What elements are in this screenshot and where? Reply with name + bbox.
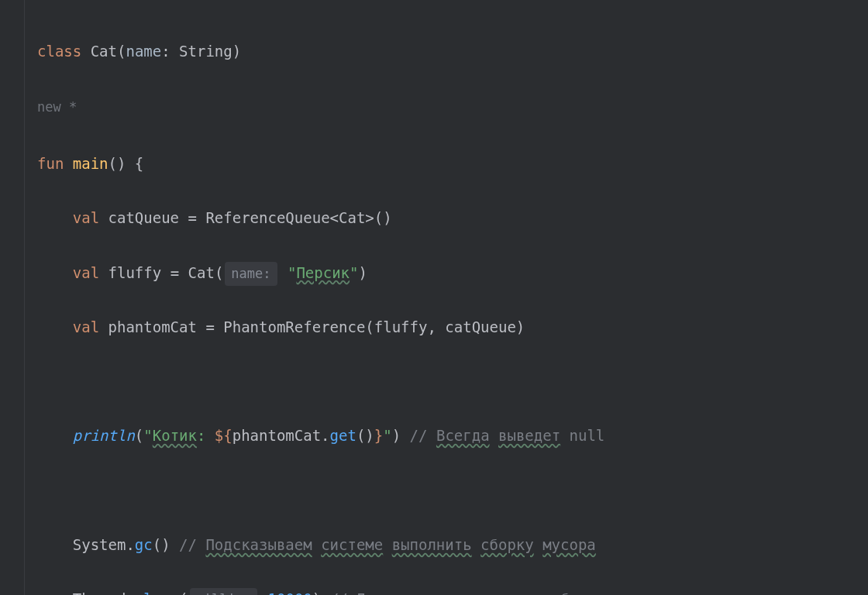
- code-line: println("Котик: ${phantomCat.get()}") //…: [37, 422, 667, 449]
- code-line: Thread.sleep(millis: 10000) // Даем врем…: [37, 586, 667, 595]
- new-marker: new *: [37, 95, 667, 119]
- code-line: System.gc() // Подсказываем системе выпо…: [37, 531, 667, 559]
- keyword-fun: fun: [37, 155, 64, 172]
- comment-slashes: //: [179, 536, 205, 553]
- string-colon: :: [197, 427, 215, 444]
- var-phantomcat: phantomCat: [108, 318, 197, 335]
- comment-word: время: [401, 590, 445, 595]
- call-gc: gc: [135, 536, 153, 553]
- keyword-val: val: [73, 209, 99, 226]
- type-refqueue: ReferenceQueue: [205, 209, 329, 226]
- comment-word: сборку: [552, 590, 605, 595]
- fn-main: main: [73, 155, 108, 172]
- comment-word: системе: [454, 590, 516, 595]
- string-persik: Персик: [296, 264, 350, 281]
- equals: =: [205, 318, 214, 335]
- comment-word: выведет: [498, 427, 560, 444]
- call-get: get: [330, 427, 356, 444]
- comment-slashes: //: [410, 427, 436, 444]
- code-area[interactable]: class Cat(name: String) new * fun main()…: [25, 0, 667, 595]
- code-line: val phantomCat = PhantomReference(fluffy…: [37, 314, 667, 341]
- arg-fluffy: fluffy: [374, 318, 428, 335]
- code-line: val fluffy = Cat(name: "Персик"): [37, 260, 667, 287]
- keyword-class: class: [37, 43, 81, 60]
- ctor-phantomref: PhantomReference: [223, 318, 365, 335]
- comment-null: null: [560, 427, 604, 444]
- code-line: [37, 368, 667, 395]
- template-close: }: [374, 427, 383, 444]
- arg-catqueue: catQueue: [445, 318, 516, 335]
- number-10000: 10000: [268, 590, 312, 595]
- comment-word: Всегда: [436, 427, 490, 444]
- comment-word: выполнить: [392, 536, 472, 553]
- comment-word: системе: [321, 536, 383, 553]
- fn-println: println: [73, 427, 135, 444]
- keyword-val: val: [73, 264, 99, 281]
- code-line: val catQueue = ReferenceQueue<Cat>(): [37, 205, 667, 232]
- inlay-hint-millis: millis:: [190, 588, 258, 595]
- call-sleep: sleep: [135, 590, 179, 595]
- gutter: [0, 0, 25, 595]
- equals: =: [188, 209, 197, 226]
- code-line: [37, 477, 667, 504]
- comment-word: Подсказываем: [205, 536, 312, 553]
- param-type: String: [179, 43, 232, 60]
- class-name: Cat: [91, 43, 117, 60]
- code-line: class Cat(name: String): [37, 38, 667, 65]
- keyword-val: val: [73, 318, 99, 335]
- comment-word: мусора: [614, 590, 667, 595]
- comment-word: Даем: [356, 590, 392, 595]
- var-fluffy: fluffy: [108, 264, 162, 281]
- expr-phantomcat: phantomCat.: [232, 427, 330, 444]
- comment-word: мусора: [542, 536, 596, 553]
- equals: =: [170, 264, 179, 281]
- code-editor[interactable]: class Cat(name: String) new * fun main()…: [0, 0, 868, 595]
- template-open: ${: [215, 427, 232, 444]
- obj-thread: Thread.: [73, 590, 135, 595]
- comment-word: сборку: [480, 536, 534, 553]
- obj-system: System.: [73, 536, 135, 553]
- comment-word: на: [516, 590, 552, 595]
- type-arg: Cat: [339, 209, 365, 226]
- code-line: fun main() {: [37, 150, 667, 177]
- inlay-hint-name: name:: [225, 262, 277, 286]
- ctor-cat: Cat: [188, 264, 215, 281]
- var-catqueue: catQueue: [108, 209, 180, 226]
- string-kotik: Котик: [153, 427, 197, 444]
- comment-slashes: //: [330, 590, 356, 595]
- param-name: name: [126, 43, 161, 60]
